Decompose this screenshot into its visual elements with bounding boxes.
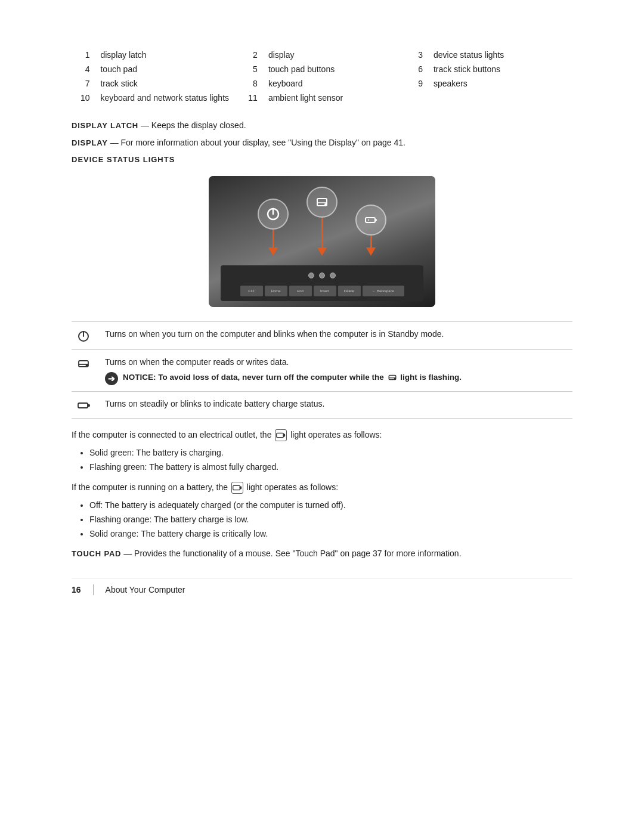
arrow-line-3 xyxy=(370,236,372,247)
component-label: display xyxy=(264,48,407,62)
notice-text: NOTICE: To avoid loss of data, never tur… xyxy=(123,372,462,383)
footer-section: About Your Computer xyxy=(106,585,185,594)
battery-inline-icon-1 xyxy=(275,429,287,441)
display-latch-term: DISPLAY LATCH xyxy=(72,121,138,130)
battery-connected-para: If the computer is connected to an elect… xyxy=(72,428,572,441)
list-item: Flashing orange: The battery charge is l… xyxy=(89,513,572,527)
drive-status-icon xyxy=(72,356,95,370)
device-status-heading: DEVICE STATUS LIGHTS xyxy=(72,155,572,164)
component-num: 8 xyxy=(239,76,263,91)
component-label: keyboard xyxy=(264,76,407,91)
component-label: speakers xyxy=(429,76,572,91)
page-number: 16 xyxy=(72,585,81,594)
svg-point-14 xyxy=(394,379,395,380)
display-latch-desc: Keeps the display closed. xyxy=(151,120,246,130)
component-label: track stick xyxy=(95,76,239,91)
keyboard-keys: F12 Home End Insert Delete ← Backspace xyxy=(240,286,404,296)
drive-icon-group xyxy=(306,187,338,256)
list-item: Solid green: The battery is charging. xyxy=(89,446,572,460)
svg-rect-17 xyxy=(88,405,89,407)
power-icon-group xyxy=(258,199,289,256)
component-num: 5 xyxy=(239,62,263,76)
battery-running-para: If the computer is running on a battery,… xyxy=(72,481,572,494)
display-latch-def: DISPLAY LATCH — Keeps the display closed… xyxy=(72,119,572,132)
display-desc: For more information about your display,… xyxy=(121,138,405,147)
touch-pad-desc: Provides the functionality of a mouse. S… xyxy=(134,549,461,558)
key-f12: F12 xyxy=(240,286,263,296)
device-image: F12 Home End Insert Delete ← Backspace xyxy=(209,176,435,307)
component-label: device status lights xyxy=(429,48,572,62)
status-row-battery: Turns on steadily or blinks to indicate … xyxy=(72,392,572,419)
display-latch-separator: — xyxy=(141,120,151,130)
display-def: DISPLAY — For more information about you… xyxy=(72,137,572,149)
battery-inline-icon-2 xyxy=(231,482,243,494)
component-label: track stick buttons xyxy=(429,62,572,76)
list-item: Flashing green: The battery is almost fu… xyxy=(89,460,572,475)
component-label: display latch xyxy=(95,48,239,62)
status-light-1 xyxy=(308,272,314,278)
key-backspace: ← Backspace xyxy=(363,286,404,296)
touch-pad-sep: — xyxy=(123,549,134,558)
key-end: End xyxy=(289,286,312,296)
notice-box: ➔ NOTICE: To avoid loss of data, never t… xyxy=(105,372,572,385)
svg-rect-6 xyxy=(375,219,377,221)
svg-point-3 xyxy=(324,203,327,206)
touch-pad-def: TOUCH PAD — Provides the functionality o… xyxy=(72,547,572,560)
component-label xyxy=(429,91,572,105)
svg-rect-21 xyxy=(240,487,241,489)
footer-separator xyxy=(93,584,94,595)
status-light-3 xyxy=(330,272,336,278)
key-home: Home xyxy=(265,286,287,296)
status-row-drive: Turns on when the computer reads or writ… xyxy=(72,350,572,392)
svg-rect-20 xyxy=(233,486,240,490)
component-num: 7 xyxy=(72,76,95,91)
component-num: 6 xyxy=(407,62,429,76)
component-num: 9 xyxy=(407,76,429,91)
svg-rect-16 xyxy=(78,403,88,408)
svg-rect-19 xyxy=(284,434,285,436)
status-row-power: Turns on when you turn on the computer a… xyxy=(72,322,572,350)
device-image-area: F12 Home End Insert Delete ← Backspace xyxy=(72,176,572,307)
component-num: 2 xyxy=(239,48,263,62)
page-content: 1display latch2display3device status lig… xyxy=(0,0,644,631)
battery-status-icon xyxy=(72,398,95,412)
power-circle xyxy=(258,199,289,230)
status-light-2 xyxy=(319,272,325,278)
component-num: 1 xyxy=(72,48,95,62)
key-insert: Insert xyxy=(314,286,336,296)
component-num: 10 xyxy=(72,91,95,105)
display-separator: — xyxy=(110,138,121,147)
arrow-line-2 xyxy=(321,218,323,247)
component-label: touch pad buttons xyxy=(264,62,407,76)
components-table: 1display latch2display3device status lig… xyxy=(72,48,572,105)
list-item: Off: The battery is adequately charged (… xyxy=(89,498,572,513)
battery-running-list: Off: The battery is adequately charged (… xyxy=(89,498,572,541)
battery-icon-group xyxy=(355,205,386,256)
drive-status-text: Turns on when the computer reads or writ… xyxy=(105,356,572,385)
page-footer: 16 About Your Computer xyxy=(72,578,572,595)
status-lights-row xyxy=(308,272,336,278)
component-num: 4 xyxy=(72,62,95,76)
battery-connected-list: Solid green: The battery is charging. Fl… xyxy=(89,446,572,475)
battery-status-text: Turns on steadily or blinks to indicate … xyxy=(105,398,572,410)
touch-pad-term: TOUCH PAD xyxy=(72,549,121,558)
arrow-down-3 xyxy=(366,247,376,256)
status-table: Turns on when you turn on the computer a… xyxy=(72,321,572,419)
arrow-down-2 xyxy=(317,247,327,256)
key-delete: Delete xyxy=(338,286,361,296)
component-num xyxy=(407,91,429,105)
component-label: keyboard and network status lights xyxy=(95,91,239,105)
component-num: 11 xyxy=(239,91,263,105)
svg-rect-5 xyxy=(366,218,375,222)
svg-rect-18 xyxy=(277,433,284,438)
component-num: 3 xyxy=(407,48,429,62)
display-term: DISPLAY xyxy=(72,138,108,147)
svg-point-11 xyxy=(86,365,88,367)
component-label: ambient light sensor xyxy=(264,91,407,105)
power-status-text: Turns on when you turn on the computer a… xyxy=(105,328,572,340)
drive-circle xyxy=(306,187,338,218)
list-item: Solid orange: The battery charge is crit… xyxy=(89,527,572,541)
notice-circle-icon: ➔ xyxy=(105,372,118,385)
arrow-line-1 xyxy=(273,230,274,247)
arrow-down-1 xyxy=(268,247,278,256)
